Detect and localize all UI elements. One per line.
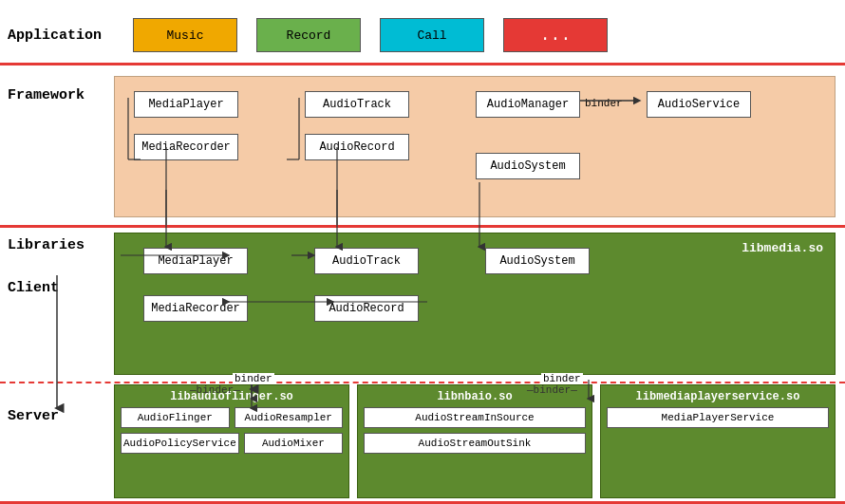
- fw-audiosystem-label: AudioSystem: [490, 159, 565, 173]
- application-row: Application Music Record Call ...: [0, 8, 845, 63]
- client-label: Client: [8, 280, 59, 296]
- framework-box: MediaPlayer MediaRecorder AudioTrack Aud…: [114, 76, 836, 217]
- libmedia-label: libmedia.so: [742, 241, 823, 255]
- server-lib-libaudioflinger: libaudioflinger.so AudioFlinger AudioRes…: [114, 384, 349, 498]
- fw-audiotrack-label: AudioTrack: [323, 98, 391, 111]
- fw-audioservice-label: AudioService: [658, 98, 740, 111]
- binder-label-right: binder: [541, 373, 583, 384]
- lib-mediarecorder-label: MediaRecorder: [151, 302, 240, 315]
- audioresampler-item: AudioResampler: [235, 407, 344, 428]
- fw-audiomanager-label: AudioManager: [487, 98, 569, 111]
- fw-audiomanager: AudioManager: [476, 91, 580, 118]
- application-boxes: Music Record Call ...: [133, 18, 608, 52]
- libmps-row1: MediaPlayerService: [607, 407, 829, 428]
- lib-audiorecord: AudioRecord: [314, 295, 419, 322]
- fw-mediaplayer: MediaPlayer: [134, 91, 238, 118]
- app-box-music: Music: [133, 18, 237, 52]
- fw-audiorecord: AudioRecord: [305, 134, 409, 160]
- lib-audiosystem-label: AudioSystem: [499, 254, 574, 268]
- fw-audiosystem: AudioSystem: [476, 153, 580, 179]
- libmediaplayerservice-items: MediaPlayerService: [601, 407, 835, 428]
- app-record-label: Record: [287, 28, 331, 43]
- red-separator-1: [0, 63, 845, 65]
- main-container: Application Music Record Call ... Framew…: [0, 0, 845, 504]
- libmediaplayerservice-title: libmediaplayerservice.so: [634, 385, 802, 407]
- libnbaio-items: AudioStreamInSource AudioStreamOutSink: [358, 407, 592, 454]
- libraries-section: Libraries Client libmedia.so MediaPlayer…: [0, 228, 845, 380]
- lib-mediaplayer: MediaPlayer: [143, 248, 248, 274]
- audiomixer-item: AudioMixer: [244, 433, 343, 454]
- lib-box: libmedia.so MediaPlayer MediaRecorder Au…: [114, 233, 836, 375]
- server-lib-libmediaplayerservice: libmediaplayerservice.so MediaPlayerServ…: [600, 384, 836, 498]
- fw-mediarecorder-label: MediaRecorder: [141, 140, 231, 154]
- audiopolicyservice-item: AudioPolicyService: [121, 433, 239, 454]
- lib-audiotrack: AudioTrack: [314, 248, 419, 274]
- audioflinger-item: AudioFlinger: [121, 407, 230, 428]
- libaudioflinger-row1: AudioFlinger AudioResampler: [121, 407, 343, 428]
- lib-mediaplayer-label: MediaPlayer: [158, 254, 233, 268]
- libraries-label: Libraries: [8, 237, 84, 253]
- app-box-dots: ...: [503, 18, 608, 52]
- app-call-label: Call: [417, 28, 446, 43]
- app-box-record: Record: [256, 18, 361, 52]
- app-box-call: Call: [380, 18, 484, 52]
- lib-audiotrack-label: AudioTrack: [332, 254, 401, 268]
- fw-mediaplayer-label: MediaPlayer: [148, 98, 223, 111]
- lib-audiosystem: AudioSystem: [485, 248, 590, 274]
- lib-audiorecord-label: AudioRecord: [329, 302, 404, 315]
- server-label: Server: [8, 408, 59, 424]
- libaudioflinger-title: libaudioflinger.so: [168, 385, 295, 407]
- server-section: Server libaudioflinger.so AudioFlinger A…: [0, 380, 845, 503]
- audiostreamin-item: AudioStreamInSource: [364, 407, 586, 428]
- libaudioflinger-items: AudioFlinger AudioResampler AudioPolicyS…: [115, 407, 348, 454]
- server-lib-libnbaio: libnbaio.so AudioStreamInSource AudioStr…: [357, 384, 592, 498]
- fw-mediarecorder: MediaRecorder: [134, 134, 238, 160]
- lib-mediarecorder: MediaRecorder: [143, 295, 248, 322]
- fw-audiotrack: AudioTrack: [305, 91, 409, 118]
- framework-section: Framework MediaPlayer MediaRecorder Audi…: [0, 68, 845, 225]
- fw-audioservice: AudioService: [647, 91, 751, 118]
- server-inner: libaudioflinger.so AudioFlinger AudioRes…: [114, 384, 836, 498]
- application-label: Application: [0, 28, 114, 44]
- audiostreamout-item: AudioStreamOutSink: [364, 433, 586, 454]
- app-music-label: Music: [166, 28, 203, 43]
- app-dots-label: ...: [540, 26, 571, 45]
- libnbaio-row2: AudioStreamOutSink: [364, 433, 586, 454]
- binder-label-left: binder: [233, 373, 274, 384]
- fw-audiorecord-label: AudioRecord: [319, 140, 394, 154]
- mediaplayerservice-item: MediaPlayerService: [607, 407, 829, 428]
- libaudioflinger-row2: AudioPolicyService AudioMixer: [121, 433, 343, 454]
- fw-binder-arrow: [580, 86, 647, 115]
- libnbaio-title: libnbaio.so: [435, 385, 514, 407]
- libnbaio-row1: AudioStreamInSource: [364, 407, 586, 428]
- framework-label: Framework: [8, 87, 84, 103]
